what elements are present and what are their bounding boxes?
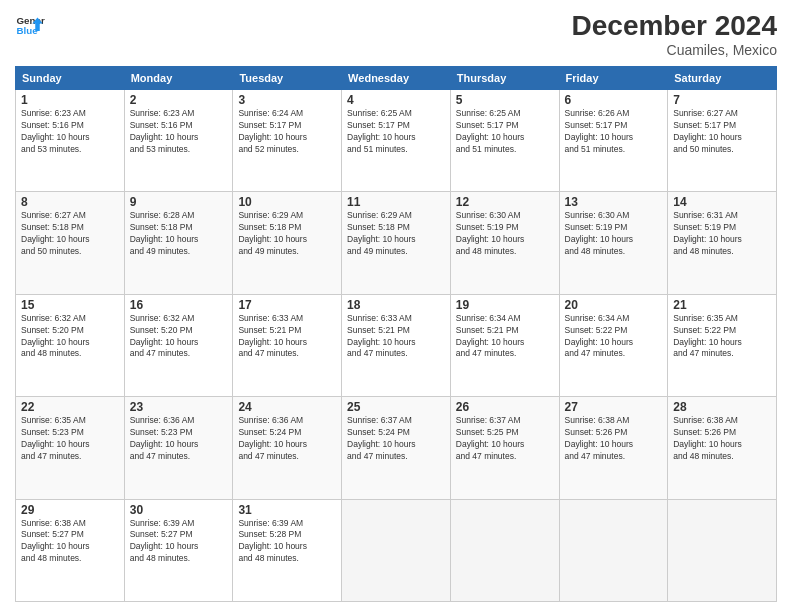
- day-number: 22: [21, 400, 119, 414]
- table-row: 8 Sunrise: 6:27 AM Sunset: 5:18 PM Dayli…: [16, 192, 125, 294]
- day-info: Sunrise: 6:24 AM Sunset: 5:17 PM Dayligh…: [238, 108, 336, 156]
- day-info: Sunrise: 6:23 AM Sunset: 5:16 PM Dayligh…: [21, 108, 119, 156]
- col-sunday: Sunday: [16, 67, 125, 90]
- logo: General Blue: [15, 10, 45, 40]
- table-row: 30 Sunrise: 6:39 AM Sunset: 5:27 PM Dayl…: [124, 499, 233, 601]
- day-number: 4: [347, 93, 445, 107]
- empty-cell: [668, 499, 777, 601]
- day-info: Sunrise: 6:37 AM Sunset: 5:25 PM Dayligh…: [456, 415, 554, 463]
- page: General Blue December 2024 Cuamiles, Mex…: [0, 0, 792, 612]
- table-row: 23 Sunrise: 6:36 AM Sunset: 5:23 PM Dayl…: [124, 397, 233, 499]
- day-number: 8: [21, 195, 119, 209]
- day-number: 6: [565, 93, 663, 107]
- day-number: 25: [347, 400, 445, 414]
- day-info: Sunrise: 6:33 AM Sunset: 5:21 PM Dayligh…: [347, 313, 445, 361]
- day-number: 16: [130, 298, 228, 312]
- col-thursday: Thursday: [450, 67, 559, 90]
- day-info: Sunrise: 6:29 AM Sunset: 5:18 PM Dayligh…: [238, 210, 336, 258]
- day-number: 27: [565, 400, 663, 414]
- day-number: 12: [456, 195, 554, 209]
- table-row: 10 Sunrise: 6:29 AM Sunset: 5:18 PM Dayl…: [233, 192, 342, 294]
- day-info: Sunrise: 6:34 AM Sunset: 5:21 PM Dayligh…: [456, 313, 554, 361]
- col-wednesday: Wednesday: [342, 67, 451, 90]
- col-monday: Monday: [124, 67, 233, 90]
- col-friday: Friday: [559, 67, 668, 90]
- day-number: 18: [347, 298, 445, 312]
- day-number: 11: [347, 195, 445, 209]
- day-number: 5: [456, 93, 554, 107]
- calendar-row: 1 Sunrise: 6:23 AM Sunset: 5:16 PM Dayli…: [16, 90, 777, 192]
- svg-text:General: General: [17, 15, 46, 26]
- empty-cell: [342, 499, 451, 601]
- table-row: 25 Sunrise: 6:37 AM Sunset: 5:24 PM Dayl…: [342, 397, 451, 499]
- table-row: 9 Sunrise: 6:28 AM Sunset: 5:18 PM Dayli…: [124, 192, 233, 294]
- calendar-row: 15 Sunrise: 6:32 AM Sunset: 5:20 PM Dayl…: [16, 294, 777, 396]
- table-row: 26 Sunrise: 6:37 AM Sunset: 5:25 PM Dayl…: [450, 397, 559, 499]
- day-info: Sunrise: 6:36 AM Sunset: 5:23 PM Dayligh…: [130, 415, 228, 463]
- day-info: Sunrise: 6:33 AM Sunset: 5:21 PM Dayligh…: [238, 313, 336, 361]
- day-number: 10: [238, 195, 336, 209]
- day-info: Sunrise: 6:32 AM Sunset: 5:20 PM Dayligh…: [130, 313, 228, 361]
- day-number: 9: [130, 195, 228, 209]
- calendar-row: 8 Sunrise: 6:27 AM Sunset: 5:18 PM Dayli…: [16, 192, 777, 294]
- table-row: 4 Sunrise: 6:25 AM Sunset: 5:17 PM Dayli…: [342, 90, 451, 192]
- empty-cell: [559, 499, 668, 601]
- calendar-table: Sunday Monday Tuesday Wednesday Thursday…: [15, 66, 777, 602]
- day-number: 19: [456, 298, 554, 312]
- table-row: 17 Sunrise: 6:33 AM Sunset: 5:21 PM Dayl…: [233, 294, 342, 396]
- day-info: Sunrise: 6:39 AM Sunset: 5:28 PM Dayligh…: [238, 518, 336, 566]
- day-info: Sunrise: 6:27 AM Sunset: 5:18 PM Dayligh…: [21, 210, 119, 258]
- day-number: 28: [673, 400, 771, 414]
- day-number: 15: [21, 298, 119, 312]
- table-row: 11 Sunrise: 6:29 AM Sunset: 5:18 PM Dayl…: [342, 192, 451, 294]
- day-info: Sunrise: 6:35 AM Sunset: 5:22 PM Dayligh…: [673, 313, 771, 361]
- day-number: 29: [21, 503, 119, 517]
- day-number: 7: [673, 93, 771, 107]
- title-block: December 2024 Cuamiles, Mexico: [572, 10, 777, 58]
- table-row: 14 Sunrise: 6:31 AM Sunset: 5:19 PM Dayl…: [668, 192, 777, 294]
- table-row: 31 Sunrise: 6:39 AM Sunset: 5:28 PM Dayl…: [233, 499, 342, 601]
- table-row: 1 Sunrise: 6:23 AM Sunset: 5:16 PM Dayli…: [16, 90, 125, 192]
- table-row: 21 Sunrise: 6:35 AM Sunset: 5:22 PM Dayl…: [668, 294, 777, 396]
- day-number: 2: [130, 93, 228, 107]
- table-row: 13 Sunrise: 6:30 AM Sunset: 5:19 PM Dayl…: [559, 192, 668, 294]
- table-row: 6 Sunrise: 6:26 AM Sunset: 5:17 PM Dayli…: [559, 90, 668, 192]
- table-row: 2 Sunrise: 6:23 AM Sunset: 5:16 PM Dayli…: [124, 90, 233, 192]
- table-row: 3 Sunrise: 6:24 AM Sunset: 5:17 PM Dayli…: [233, 90, 342, 192]
- day-info: Sunrise: 6:31 AM Sunset: 5:19 PM Dayligh…: [673, 210, 771, 258]
- day-number: 3: [238, 93, 336, 107]
- day-info: Sunrise: 6:29 AM Sunset: 5:18 PM Dayligh…: [347, 210, 445, 258]
- main-title: December 2024: [572, 10, 777, 42]
- day-info: Sunrise: 6:23 AM Sunset: 5:16 PM Dayligh…: [130, 108, 228, 156]
- day-number: 13: [565, 195, 663, 209]
- day-number: 23: [130, 400, 228, 414]
- table-row: 5 Sunrise: 6:25 AM Sunset: 5:17 PM Dayli…: [450, 90, 559, 192]
- empty-cell: [450, 499, 559, 601]
- day-info: Sunrise: 6:30 AM Sunset: 5:19 PM Dayligh…: [565, 210, 663, 258]
- day-info: Sunrise: 6:28 AM Sunset: 5:18 PM Dayligh…: [130, 210, 228, 258]
- day-info: Sunrise: 6:38 AM Sunset: 5:26 PM Dayligh…: [673, 415, 771, 463]
- table-row: 16 Sunrise: 6:32 AM Sunset: 5:20 PM Dayl…: [124, 294, 233, 396]
- calendar-row: 29 Sunrise: 6:38 AM Sunset: 5:27 PM Dayl…: [16, 499, 777, 601]
- subtitle: Cuamiles, Mexico: [572, 42, 777, 58]
- table-row: 22 Sunrise: 6:35 AM Sunset: 5:23 PM Dayl…: [16, 397, 125, 499]
- table-row: 28 Sunrise: 6:38 AM Sunset: 5:26 PM Dayl…: [668, 397, 777, 499]
- table-row: 15 Sunrise: 6:32 AM Sunset: 5:20 PM Dayl…: [16, 294, 125, 396]
- svg-text:Blue: Blue: [17, 25, 39, 36]
- table-row: 24 Sunrise: 6:36 AM Sunset: 5:24 PM Dayl…: [233, 397, 342, 499]
- day-number: 1: [21, 93, 119, 107]
- day-number: 20: [565, 298, 663, 312]
- day-info: Sunrise: 6:26 AM Sunset: 5:17 PM Dayligh…: [565, 108, 663, 156]
- calendar-row: 22 Sunrise: 6:35 AM Sunset: 5:23 PM Dayl…: [16, 397, 777, 499]
- day-info: Sunrise: 6:39 AM Sunset: 5:27 PM Dayligh…: [130, 518, 228, 566]
- day-number: 17: [238, 298, 336, 312]
- day-info: Sunrise: 6:34 AM Sunset: 5:22 PM Dayligh…: [565, 313, 663, 361]
- day-info: Sunrise: 6:37 AM Sunset: 5:24 PM Dayligh…: [347, 415, 445, 463]
- day-number: 24: [238, 400, 336, 414]
- day-number: 21: [673, 298, 771, 312]
- day-info: Sunrise: 6:38 AM Sunset: 5:27 PM Dayligh…: [21, 518, 119, 566]
- col-saturday: Saturday: [668, 67, 777, 90]
- col-tuesday: Tuesday: [233, 67, 342, 90]
- day-number: 31: [238, 503, 336, 517]
- table-row: 7 Sunrise: 6:27 AM Sunset: 5:17 PM Dayli…: [668, 90, 777, 192]
